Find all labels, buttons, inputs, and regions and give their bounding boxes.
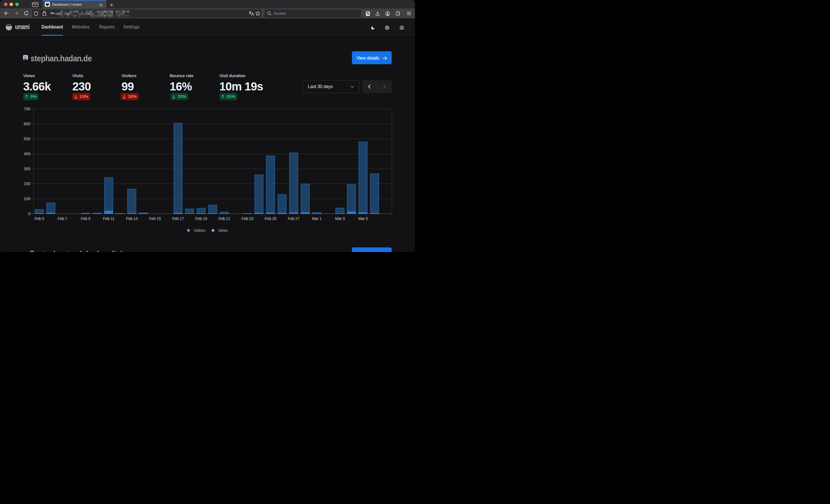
svg-text:Feb 9: Feb 9 <box>81 216 91 221</box>
svg-text:Feb 7: Feb 7 <box>58 216 67 221</box>
svg-text:Feb 19: Feb 19 <box>195 216 207 221</box>
svg-text:Mar 1: Mar 1 <box>312 216 322 221</box>
svg-text:Feb 21: Feb 21 <box>219 216 230 221</box>
svg-text:100: 100 <box>24 196 31 201</box>
svg-text:Mar 3: Mar 3 <box>335 216 345 221</box>
svg-text:Feb 25: Feb 25 <box>264 216 276 221</box>
svg-text:Feb 17: Feb 17 <box>172 216 184 221</box>
svg-text:700: 700 <box>24 107 31 111</box>
svg-text:500: 500 <box>24 136 31 141</box>
svg-text:Feb 11: Feb 11 <box>103 216 115 221</box>
svg-text:0: 0 <box>28 211 31 216</box>
svg-text:600: 600 <box>24 122 31 126</box>
svg-text:Feb 27: Feb 27 <box>288 216 300 221</box>
svg-text:400: 400 <box>24 152 31 156</box>
svg-text:200: 200 <box>24 181 31 186</box>
svg-text:Feb 23: Feb 23 <box>242 216 253 221</box>
svg-text:300: 300 <box>24 166 31 171</box>
svg-text:Feb 15: Feb 15 <box>149 216 161 221</box>
svg-text:Mar 5: Mar 5 <box>358 216 368 221</box>
svg-text:Feb 5: Feb 5 <box>35 216 44 221</box>
svg-text:Feb 13: Feb 13 <box>126 216 138 221</box>
